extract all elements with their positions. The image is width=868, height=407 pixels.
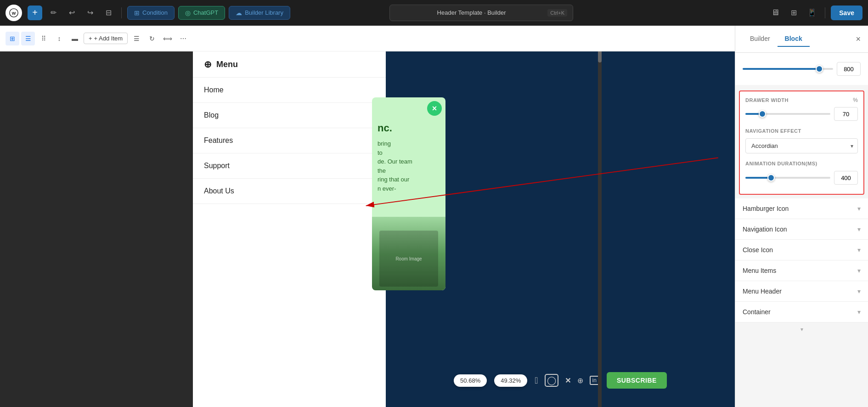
- save-button[interactable]: Save: [831, 6, 862, 20]
- top-slider-value[interactable]: 800: [837, 62, 861, 76]
- accordion-hamburger-icon[interactable]: Hamburger Icon ▾: [735, 198, 868, 219]
- twitter-x-icon[interactable]: ✕: [565, 376, 571, 385]
- refresh-icon-button[interactable]: ↻: [145, 32, 159, 45]
- top-slider-section: 800: [735, 53, 868, 85]
- align-icon-button[interactable]: ☰: [130, 32, 143, 45]
- green-text-content: bring to de. Our team the ring that our …: [378, 139, 440, 193]
- expand-icon-button[interactable]: ⟺: [161, 32, 175, 45]
- drawer-width-slider-track[interactable]: [745, 113, 830, 115]
- layout-button[interactable]: ⊟: [101, 6, 116, 20]
- canvas-scrollbar[interactable]: [598, 26, 602, 407]
- tablet-view-button[interactable]: ⊞: [786, 6, 801, 20]
- tab-block[interactable]: Block: [778, 31, 810, 47]
- green-panel: × nc. bring to de. Our team the ring tha…: [372, 97, 445, 290]
- subscribe-button[interactable]: SUBSCRIBE: [607, 372, 667, 389]
- list-view-button[interactable]: ☰: [21, 32, 35, 45]
- drawer-width-header: DRAWER WIDTH %: [745, 97, 858, 103]
- builder-lib-icon: ☁: [236, 9, 242, 17]
- accordion-navigation-icon[interactable]: Navigation Icon ▾: [735, 219, 868, 240]
- sort-icon-button[interactable]: ↕: [52, 32, 66, 45]
- menu-header-chevron-icon: ▾: [857, 288, 861, 295]
- separator-icon-button[interactable]: ▬: [68, 32, 82, 45]
- plus-icon: +: [89, 35, 92, 42]
- top-slider-track[interactable]: [743, 68, 833, 70]
- social-icons-group:  ◯ ✕ ⊕ in: [535, 374, 599, 387]
- more-options-button[interactable]: ⋯: [176, 32, 190, 45]
- anim-duration-slider-row: 400: [745, 171, 858, 185]
- chatgpt-button[interactable]: ◎ ChatGPT: [178, 6, 225, 20]
- accordion-container[interactable]: Container ▾: [735, 302, 868, 322]
- desktop-view-button[interactable]: 🖥: [768, 6, 783, 20]
- svg-text:W: W: [12, 11, 16, 15]
- room-image-placeholder: Room Image: [395, 256, 422, 261]
- menu-item-support-label: Support: [204, 162, 230, 170]
- drawer-width-thumb[interactable]: [759, 110, 766, 118]
- navigation-chevron-icon: ▾: [857, 226, 861, 233]
- topbar: W + ✏ ↩ ↪ ⊟ ⊞ Condition ◎ ChatGPT ☁ Buil…: [0, 0, 868, 26]
- anim-duration-value[interactable]: 400: [834, 171, 858, 185]
- mobile-view-button[interactable]: 📱: [805, 6, 819, 20]
- container-label: Container: [743, 308, 771, 316]
- builder-lib-label: Builder Library: [245, 9, 283, 16]
- hamburger-icon-label: Hamburger Icon: [743, 205, 789, 212]
- percent-pill-1: 50.68%: [454, 374, 487, 387]
- menu-item-aboutus[interactable]: About Us ›: [193, 179, 386, 204]
- facebook-icon[interactable]: : [535, 375, 538, 386]
- green-panel-close-button[interactable]: ×: [427, 101, 442, 116]
- instagram-icon[interactable]: ◯: [545, 374, 558, 387]
- canvas-area: ⊞ ☰ ⠿ ↕ ▬ + + Add Item ☰ ↻ ⟺ ⋯ ⊕ Menu: [0, 26, 735, 407]
- nav-effect-label: NAVIGATION EFFECT: [745, 128, 801, 134]
- panel-scroll-indicator: ▾: [735, 322, 868, 336]
- anim-duration-label: ANIMATION DURATION(MS): [745, 161, 817, 166]
- search-title: Header Template · Builder: [395, 9, 547, 16]
- top-slider-fill: [743, 68, 819, 70]
- keyboard-shortcut: Ctrl+K: [547, 9, 567, 17]
- move-icon-button[interactable]: ⠿: [37, 32, 51, 45]
- green-panel-logo: nc.: [378, 120, 440, 136]
- percent-pill-2: 49.32%: [494, 374, 527, 387]
- right-panel-header: Builder Block ×: [735, 26, 868, 53]
- navigation-icon-label: Navigation Icon: [743, 226, 787, 233]
- menu-items-label: Menu Items: [743, 267, 776, 274]
- wp-logo[interactable]: W: [6, 5, 22, 21]
- menu-item-blog[interactable]: Blog ›: [193, 103, 386, 128]
- search-bar[interactable]: Header Template · Builder Ctrl+K: [389, 5, 573, 21]
- divider: [121, 7, 122, 18]
- pinterest-icon[interactable]: ⊕: [577, 376, 583, 385]
- tab-builder[interactable]: Builder: [743, 31, 778, 47]
- nav-effect-select[interactable]: Accordian Slide Fade: [745, 138, 858, 153]
- top-slider-thumb[interactable]: [816, 65, 823, 73]
- builder-library-button[interactable]: ☁ Builder Library: [229, 6, 290, 20]
- condition-button[interactable]: ⊞ Condition: [127, 6, 175, 20]
- menu-item-features[interactable]: Features ›: [193, 128, 386, 153]
- anim-duration-thumb[interactable]: [767, 174, 775, 181]
- add-element-button[interactable]: +: [28, 6, 42, 20]
- accordion-menu-items[interactable]: Menu Items ▾: [735, 260, 868, 281]
- add-item-button[interactable]: + + Add Item: [84, 33, 128, 44]
- pencil-icon-button[interactable]: ✏: [46, 6, 61, 20]
- top-slider-row: 800: [743, 62, 861, 76]
- element-toolbar: ⊞ ☰ ⠿ ↕ ▬ + + Add Item ☰ ↻ ⟺ ⋯: [0, 26, 735, 51]
- anim-duration-header: ANIMATION DURATION(MS): [745, 159, 858, 167]
- accordion-list: Hamburger Icon ▾ Navigation Icon ▾ Close…: [735, 198, 868, 322]
- menu-item-home[interactable]: Home: [193, 78, 386, 103]
- green-panel-image: Room Image: [372, 217, 445, 290]
- menu-item-support[interactable]: Support: [193, 153, 386, 179]
- scroll-down-icon: ▾: [800, 326, 803, 333]
- redo-button[interactable]: ↪: [83, 6, 97, 20]
- container-chevron-icon: ▾: [857, 308, 861, 316]
- topbar-right-controls: 🖥 ⊞ 📱 Save: [768, 6, 862, 20]
- accordion-close-icon[interactable]: Close Icon ▾: [735, 240, 868, 260]
- drawer-width-label: DRAWER WIDTH: [745, 97, 850, 103]
- close-chevron-icon: ▾: [857, 246, 861, 254]
- grid-view-button[interactable]: ⊞: [6, 32, 19, 45]
- undo-button[interactable]: ↩: [64, 6, 79, 20]
- menu-header-icon: ⊕: [204, 59, 212, 70]
- close-panel-button[interactable]: ×: [856, 34, 861, 44]
- accordion-menu-header[interactable]: Menu Header ▾: [735, 281, 868, 302]
- anim-duration-slider-track[interactable]: [745, 177, 830, 179]
- divider2: [825, 7, 825, 18]
- nav-effect-header: NAVIGATION EFFECT: [745, 126, 858, 135]
- drawer-width-value[interactable]: 70: [834, 107, 858, 121]
- panel-tabs: Builder Block: [743, 31, 810, 47]
